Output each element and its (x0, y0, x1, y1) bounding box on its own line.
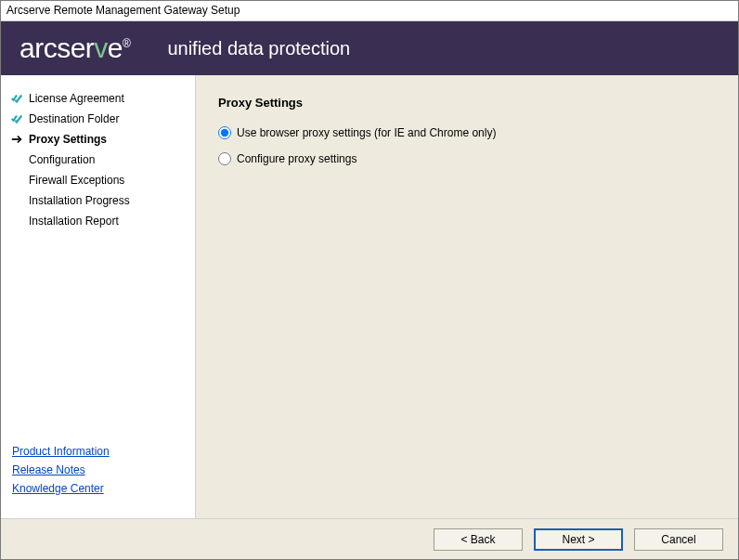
radio-configure-proxy[interactable]: Configure proxy settings (218, 152, 716, 165)
footer: < Back Next > Cancel (1, 518, 738, 559)
cancel-button[interactable]: Cancel (634, 528, 723, 551)
step-label: Proxy Settings (29, 133, 107, 146)
radio-use-browser-proxy-label: Use browser proxy settings (for IE and C… (237, 126, 496, 139)
step-destination-folder: Destination Folder (1, 109, 195, 129)
step-label: Firewall Exceptions (29, 174, 124, 187)
check-icon (8, 92, 25, 105)
step-license-agreement: License Agreement (1, 88, 195, 109)
setup-window: Arcserve Remote Management Gateway Setup… (0, 0, 739, 560)
next-button[interactable]: Next > (534, 528, 623, 551)
sidebar: License Agreement Destination Folder Pro… (1, 75, 196, 518)
step-configuration: Configuration (1, 150, 195, 170)
step-label: Installation Progress (29, 194, 130, 207)
back-button[interactable]: < Back (434, 528, 523, 551)
header-tagline: unified data protection (167, 38, 350, 59)
knowledge-center-link[interactable]: Knowledge Center (12, 479, 184, 498)
product-information-link[interactable]: Product Information (12, 442, 184, 461)
release-notes-link[interactable]: Release Notes (12, 461, 184, 479)
step-label: Destination Folder (29, 112, 119, 125)
window-titlebar: Arcserve Remote Management Gateway Setup (1, 1, 738, 21)
radio-configure-proxy-input[interactable] (218, 152, 231, 165)
arcserve-logo: arcserve® (19, 33, 130, 64)
check-icon (8, 112, 25, 125)
step-label: Installation Report (29, 215, 119, 228)
step-installation-progress: Installation Progress (1, 190, 195, 211)
steps-list: License Agreement Destination Folder Pro… (1, 85, 195, 435)
sidebar-links: Product Information Release Notes Knowle… (1, 435, 195, 509)
window-title: Arcserve Remote Management Gateway Setup (6, 4, 240, 17)
radio-use-browser-proxy[interactable]: Use browser proxy settings (for IE and C… (218, 126, 716, 139)
logo-text-suffix: e (108, 33, 123, 63)
arrow-right-icon (8, 133, 25, 146)
step-installation-report: Installation Report (1, 211, 195, 231)
radio-use-browser-proxy-input[interactable] (218, 126, 231, 139)
radio-configure-proxy-label: Configure proxy settings (237, 152, 357, 165)
logo-text-v: v (94, 33, 108, 63)
main-panel: Proxy Settings Use browser proxy setting… (196, 75, 738, 518)
step-proxy-settings: Proxy Settings (1, 129, 195, 150)
step-firewall-exceptions: Firewall Exceptions (1, 170, 195, 190)
logo-registered: ® (123, 37, 130, 50)
header-banner: arcserve® unified data protection (1, 21, 738, 75)
logo-text-prefix: arcser (19, 33, 94, 63)
body: License Agreement Destination Folder Pro… (1, 75, 738, 518)
step-label: License Agreement (29, 92, 124, 105)
step-label: Configuration (29, 153, 95, 166)
section-title: Proxy Settings (218, 96, 716, 110)
